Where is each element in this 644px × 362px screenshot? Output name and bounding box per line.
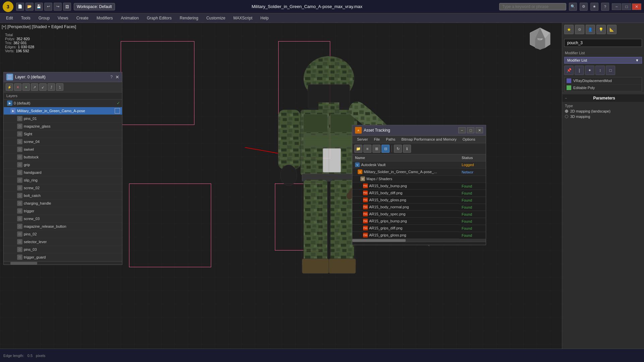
search-btn[interactable]: 🔍 (569, 3, 577, 11)
layer-tool-delete[interactable]: ✕ (14, 83, 21, 91)
menu-help[interactable]: Help (257, 14, 272, 22)
asset-row-5[interactable]: PNG AR15_grips_bump.png Found (352, 218, 486, 225)
layer-tool-1[interactable]: ⚡ (6, 83, 13, 91)
mod-tool-5[interactable]: □ (606, 66, 615, 75)
layer-scrollbar-thumb[interactable] (10, 262, 37, 265)
asset-row-0[interactable]: PNG AR15_body_bump.png Found (352, 183, 486, 190)
layer-item-trigger-guard[interactable]: □ trigger_guard (4, 254, 122, 261)
rp-icon-3[interactable]: 👤 (586, 25, 595, 34)
new-btn[interactable]: 📄 (16, 3, 24, 11)
layer-panel-close[interactable]: ✕ (115, 74, 119, 80)
layer-item-grip[interactable]: □ grip (4, 161, 122, 169)
layer-item-screw02[interactable]: □ screw_02 (4, 184, 122, 192)
asset-menu-options[interactable]: Options (460, 137, 478, 142)
asset-scrollbar[interactable] (352, 239, 486, 242)
params-minus[interactable]: − (565, 96, 567, 100)
layer-item-mag-release[interactable]: □ magazine_release_button (4, 223, 122, 230)
render-preview-btn[interactable]: 🖼 (63, 3, 71, 11)
mod-tool-pin[interactable]: 📌 (564, 66, 574, 75)
mapping-3d-row[interactable]: 3D mapping (565, 115, 641, 119)
layer-item-soldier[interactable]: ▶ Military_Soldier_in_Green_Camo_A-pose (4, 107, 122, 115)
settings-icon[interactable]: ⚙ (580, 3, 588, 11)
asset-tool-5[interactable]: ↻ (394, 145, 402, 153)
asset-menu-paths[interactable]: Paths (383, 137, 398, 142)
layer-scrollbar[interactable] (4, 261, 122, 265)
menu-modifiers[interactable]: Modifiers (93, 14, 116, 22)
asset-row-file[interactable]: 3 Military_Soldier_in_Green_Camo_A-pose_… (352, 168, 486, 175)
asset-menu-server[interactable]: Server (354, 137, 370, 142)
menu-animation[interactable]: Animation (118, 14, 142, 22)
layer-item-bolt-catch[interactable]: □ bolt_catch (4, 192, 122, 200)
asset-row-6[interactable]: PNG AR15_grips_diff.png Found (352, 225, 486, 232)
asset-menu-bitmap[interactable]: Bitmap Performance and Memory (399, 137, 459, 142)
asset-tool-4[interactable]: ⊟ (382, 145, 390, 153)
rp-icon-5[interactable]: 📐 (607, 25, 617, 34)
menu-tools[interactable]: Tools (18, 14, 34, 22)
layer-item-screw04[interactable]: □ screw_04 (4, 138, 122, 146)
asset-tool-3[interactable]: ⊞ (372, 145, 380, 153)
radio-3d[interactable] (565, 115, 568, 118)
menu-rendering[interactable]: Rendering (176, 14, 201, 22)
menu-views[interactable]: Views (54, 14, 72, 22)
modifier-vray[interactable]: VRayDisplacementMod (565, 77, 642, 84)
layer-item-selector-lever[interactable]: □ selector_lever (4, 238, 122, 246)
asset-row-maps[interactable]: M Maps / Shaders (352, 175, 486, 183)
minimize-btn[interactable]: − (612, 3, 621, 10)
layer-item-swivel[interactable]: □ swivel (4, 146, 122, 153)
title-search-input[interactable] (499, 3, 566, 10)
layer-item-slip-ring[interactable]: □ slip_ring (4, 176, 122, 184)
menu-edit[interactable]: Edit (3, 14, 16, 22)
layer-item-screw03[interactable]: □ screw_03 (4, 215, 122, 223)
asset-close-btn[interactable]: ✕ (476, 127, 483, 133)
layer-tool-add[interactable]: + (22, 83, 30, 91)
star-btn[interactable]: ★ (590, 3, 598, 11)
menu-create[interactable]: Create (73, 14, 92, 22)
layer-tool-5[interactable]: ⤴ (48, 83, 55, 91)
menu-maxscript[interactable]: MAXScript (230, 14, 256, 22)
menu-graph-editors[interactable]: Graph Editors (143, 14, 175, 22)
layer-item-pins03[interactable]: □ pins_03 (4, 246, 122, 254)
object-name-input[interactable] (564, 39, 642, 47)
modifier-editable-poly[interactable]: Editable Poly (565, 84, 642, 91)
asset-minimize-btn[interactable]: − (458, 127, 466, 133)
asset-row-1[interactable]: PNG AR15_body_diff.png Found (352, 190, 486, 197)
layer-item-pins01[interactable]: □ pins_01 (4, 115, 122, 123)
open-btn[interactable]: 📂 (25, 3, 34, 11)
layer-item-trigger[interactable]: □ trigger (4, 207, 122, 215)
radio-2d[interactable] (565, 110, 568, 113)
layer-tool-4[interactable]: ↙ (39, 83, 47, 91)
workspace-selector[interactable]: Workspace: Default (74, 3, 115, 10)
asset-menu-file[interactable]: File (371, 137, 383, 142)
modifier-list-dropdown[interactable]: Modifier List ▼ (564, 57, 642, 64)
layer-box-toggle[interactable] (115, 108, 120, 114)
help-btn[interactable]: ? (601, 3, 609, 11)
layer-tool-6[interactable]: ⤵ (56, 83, 63, 91)
mod-tool-3[interactable]: ✦ (585, 66, 594, 75)
layer-item-default[interactable]: ▶ 0 (default) ✓ (4, 99, 122, 107)
rp-icon-2[interactable]: ⚙ (575, 25, 584, 34)
layer-panel-help[interactable]: ? (110, 75, 113, 79)
layer-list[interactable]: ▶ 0 (default) ✓ ▶ Military_Soldier_in_Gr… (4, 99, 122, 261)
layer-item-handguard[interactable]: □ handguard (4, 169, 122, 176)
layer-item-buttstock[interactable]: □ buttstock (4, 153, 122, 161)
asset-row-vault[interactable]: V Autodesk Vault Logged (352, 161, 486, 169)
restore-btn[interactable]: □ (622, 3, 631, 10)
menu-customize[interactable]: Customize (203, 14, 229, 22)
rp-icon-4[interactable]: 💡 (596, 25, 606, 34)
mod-tool-4[interactable]: ↕ (595, 66, 605, 75)
layer-item-magazine-glass[interactable]: □ magazine_glass (4, 123, 122, 130)
rp-icon-star[interactable]: ★ (564, 25, 574, 34)
asset-row-7[interactable]: PNG AR15_grips_gloss.png Found (352, 232, 486, 239)
layer-tool-3[interactable]: ↗ (31, 83, 38, 91)
viewport-cube[interactable]: TOP (527, 26, 557, 56)
asset-row-3[interactable]: PNG AR15_body_normal.png Found (352, 204, 486, 211)
close-btn[interactable]: ✕ (632, 3, 641, 10)
asset-maximize-btn[interactable]: □ (467, 127, 474, 133)
redo-btn[interactable]: ↪ (54, 3, 62, 11)
layer-item-sight[interactable]: □ Sight (4, 130, 122, 138)
menu-group[interactable]: Group (35, 14, 53, 22)
save-btn[interactable]: 💾 (35, 3, 43, 11)
undo-btn[interactable]: ↩ (44, 3, 52, 11)
asset-scrollbar-thumb[interactable] (352, 239, 406, 242)
layer-item-charging-handle[interactable]: □ charging_handle (4, 200, 122, 207)
